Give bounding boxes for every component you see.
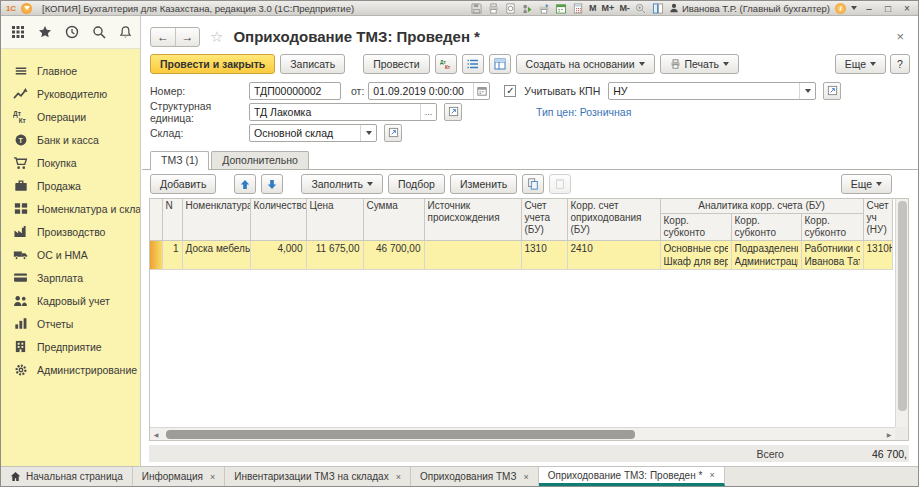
current-user[interactable]: Иванова Т.Р. (Главный бухгалтер) (669, 3, 830, 14)
cell-quantity[interactable]: 4,000 (250, 241, 306, 270)
cell-corr-sub1[interactable]: Основные средс...Шкаф для верхн... (660, 241, 731, 270)
column-header-price[interactable]: Цена (306, 199, 363, 241)
sidebar-item-os-i-nma[interactable]: ОС и НМА (1, 243, 140, 266)
column-header-corr-sub3[interactable]: Корр. субконто (801, 214, 863, 241)
warehouse-dropdown-button[interactable] (360, 125, 376, 141)
register-records-button[interactable] (462, 54, 484, 74)
table-row[interactable]: 1 Доска мебельная 4,000 11 675,00 46 700… (150, 241, 892, 270)
date-input[interactable] (369, 83, 473, 99)
post-button[interactable]: Провести (363, 54, 429, 74)
calendar-picker-button[interactable] (473, 83, 489, 99)
show-postings-button[interactable]: ДтКт (435, 54, 457, 74)
tab-close-icon[interactable]: × (709, 470, 714, 480)
cell-sum[interactable]: 46 700,00 (363, 241, 424, 270)
close-button[interactable]: × (900, 3, 914, 14)
maximize-button[interactable]: □ (881, 3, 895, 14)
back-button[interactable]: ← (151, 28, 175, 46)
number-input[interactable] (250, 83, 340, 99)
vertical-scroll-thumb[interactable] (898, 201, 907, 411)
sidebar-item-nomenklatura-i-sklad[interactable]: Номенклатура и склад (1, 197, 140, 220)
info-icon[interactable]: i (835, 3, 846, 14)
column-header-analytics-group[interactable]: Аналитика корр. счета (БУ) (660, 199, 863, 214)
cell-origin[interactable] (424, 241, 521, 270)
tab-inventarizacii-tmz[interactable]: Инвентаризации ТМЗ на складах× (225, 467, 411, 486)
zoom-icon[interactable] (635, 3, 647, 14)
copy-rows-button[interactable] (522, 174, 544, 194)
column-header-sum[interactable]: Сумма (363, 199, 424, 241)
kpn-combo[interactable] (608, 82, 816, 100)
main-menu-button[interactable] (21, 3, 32, 14)
column-header-account-bu[interactable]: Счет учета (БУ) (521, 199, 567, 241)
sidebar-item-operacii[interactable]: ДтКтОперации (1, 105, 140, 128)
calculator-icon[interactable] (572, 3, 584, 14)
tab-dopolnitelno[interactable]: Дополнительно (211, 151, 309, 169)
sidebar-item-otchety[interactable]: Отчеты (1, 312, 140, 335)
titlebar-chevron-icon[interactable] (851, 6, 857, 10)
sidebar-item-zarplata[interactable]: Зарплата (1, 266, 140, 289)
column-header-corr-account[interactable]: Корр. счет оприходования (БУ) (567, 199, 660, 241)
sidebar-item-glavnoe[interactable]: Главное (1, 59, 140, 82)
favorite-star-icon[interactable]: ☆ (210, 28, 223, 46)
cell-nomenclature[interactable]: Доска мебельная (182, 241, 250, 270)
history-icon[interactable] (65, 25, 79, 39)
cell-n[interactable]: 1 (162, 241, 182, 270)
search-icon[interactable] (92, 25, 106, 39)
tab-oprihodovanie-tmz-proveden[interactable]: Оприходование ТМЗ: Проведен *× (539, 467, 725, 486)
menu-grid-icon[interactable] (11, 25, 25, 39)
sidebar-item-kadrovyj-uchet[interactable]: Кадровый учет (1, 289, 140, 312)
grid-more-button[interactable]: Еще (841, 174, 892, 194)
notifications-bell-icon[interactable] (119, 25, 132, 39)
unit-input[interactable] (250, 104, 420, 120)
save-icon[interactable] (470, 3, 482, 14)
help-button[interactable]: ? (890, 54, 910, 74)
kpn-dropdown-button[interactable] (799, 83, 815, 99)
sidebar-item-administrirovanie[interactable]: Администрирование (1, 358, 140, 381)
print-menu-button[interactable]: Печать (660, 54, 739, 74)
tab-close-icon[interactable]: × (396, 472, 401, 482)
memory-m-button[interactable]: M (589, 3, 597, 13)
favorites-star-icon[interactable] (38, 25, 52, 39)
cell-price[interactable]: 11 675,00 (306, 241, 363, 270)
column-header-quantity[interactable]: Количество (250, 199, 306, 241)
fill-button[interactable]: Заполнить (301, 174, 383, 194)
price-type-link[interactable]: Розничная (580, 106, 632, 118)
print-preview-icon[interactable] (504, 3, 516, 14)
sidebar-item-prodazha[interactable]: Продажа (1, 174, 140, 197)
scroll-right-arrow[interactable]: ▶ (883, 431, 895, 438)
tab-home[interactable]: Начальная страница (1, 467, 133, 486)
send-icon[interactable] (521, 3, 533, 14)
move-row-up-button[interactable] (234, 174, 256, 194)
unit-open-button[interactable] (444, 103, 462, 121)
scroll-left-arrow[interactable]: ◀ (150, 431, 162, 438)
column-header-corr-sub2[interactable]: Корр. субконто (731, 214, 801, 241)
write-button[interactable]: Записать (280, 54, 345, 74)
sidebar-item-predpriyatie[interactable]: Предприятие (1, 335, 140, 358)
sidebar-item-bank-i-kassa[interactable]: ТБанк и касса (1, 128, 140, 151)
warehouse-combo[interactable] (249, 124, 377, 142)
cell-account-bu[interactable]: 1310 (521, 241, 567, 270)
tab-close-icon[interactable]: × (523, 472, 528, 482)
cell-corr-account[interactable]: 2410 (567, 241, 660, 270)
vertical-scrollbar[interactable] (895, 199, 908, 427)
post-and-close-button[interactable]: Провести и закрыть (150, 54, 275, 74)
column-header-corr-sub1[interactable]: Корр. субконто (660, 214, 731, 241)
minimize-button[interactable]: – (862, 3, 876, 14)
pick-button[interactable]: Подбор (388, 174, 445, 194)
forward-button[interactable]: → (175, 28, 199, 46)
paste-rows-button[interactable] (549, 174, 571, 194)
cell-account-nu[interactable]: 1310Н (863, 241, 892, 270)
split-view-icon[interactable] (652, 3, 664, 14)
print-settings-icon[interactable] (538, 3, 550, 14)
column-header-origin[interactable]: Источник происхождения (424, 199, 521, 241)
cell-corr-sub3[interactable]: Работники орга...Иванова Татьян... (801, 241, 863, 270)
kpn-input[interactable] (609, 83, 799, 99)
warehouse-open-button[interactable] (384, 124, 402, 142)
sidebar-item-pokupka[interactable]: Покупка (1, 151, 140, 174)
kpn-checkbox[interactable]: ✓ (504, 85, 516, 97)
horizontal-scroll-thumb[interactable] (166, 430, 635, 439)
document-close-button[interactable]: × (892, 29, 908, 44)
sidebar-item-proizvodstvo[interactable]: Производство (1, 220, 140, 243)
warehouse-input[interactable] (250, 125, 360, 141)
column-header-marker[interactable] (150, 199, 162, 241)
tab-oprihodovaniya-tmz[interactable]: Оприходования ТМЗ× (411, 467, 539, 486)
